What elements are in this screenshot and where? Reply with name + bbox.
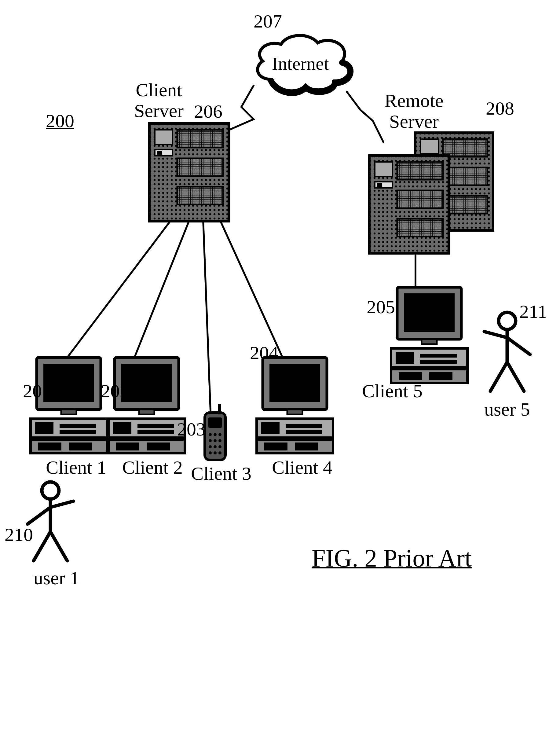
svg-point-66	[209, 451, 212, 454]
svg-rect-29	[397, 191, 443, 208]
svg-rect-50	[138, 430, 174, 434]
svg-rect-70	[269, 364, 320, 402]
svg-line-99	[491, 362, 507, 391]
remote-server-label: RemoteServer	[380, 90, 447, 132]
svg-line-0	[67, 220, 171, 358]
internet-label: Internet	[272, 54, 329, 74]
client-server-icon	[148, 122, 231, 226]
svg-rect-30	[397, 219, 443, 237]
svg-point-89	[42, 482, 59, 499]
svg-line-91	[27, 507, 51, 524]
svg-rect-85	[420, 360, 457, 364]
svg-point-61	[214, 439, 217, 442]
svg-line-1	[135, 220, 189, 358]
svg-point-68	[218, 451, 221, 454]
svg-line-100	[507, 362, 524, 391]
user-5-icon	[474, 310, 541, 402]
svg-line-3	[220, 220, 283, 358]
svg-line-92	[51, 501, 73, 507]
figure-caption: FIG. 2 Prior Art	[312, 544, 472, 573]
client-4-label: Client 4	[272, 457, 333, 478]
svg-point-67	[214, 451, 217, 454]
svg-rect-23	[443, 139, 487, 157]
svg-rect-26	[421, 139, 438, 154]
svg-point-95	[499, 312, 516, 330]
svg-rect-81	[422, 339, 437, 344]
svg-point-59	[218, 433, 221, 436]
svg-rect-33	[377, 183, 382, 187]
client-1-num: 201	[23, 380, 51, 401]
user-5-num: 211	[519, 301, 547, 322]
svg-line-97	[484, 332, 507, 338]
svg-rect-84	[420, 354, 457, 358]
svg-point-57	[209, 433, 212, 436]
client-5-icon	[391, 287, 471, 388]
client-3-label: Client 3	[191, 463, 252, 484]
svg-rect-11	[177, 130, 223, 147]
svg-rect-52	[116, 442, 139, 451]
svg-rect-74	[286, 424, 322, 428]
svg-rect-13	[177, 187, 223, 204]
svg-line-2	[203, 220, 211, 419]
svg-rect-12	[177, 158, 223, 176]
svg-rect-78	[295, 442, 318, 451]
svg-rect-14	[155, 130, 173, 144]
svg-line-94	[51, 532, 67, 561]
svg-rect-46	[139, 410, 154, 414]
svg-point-64	[214, 445, 217, 448]
svg-rect-80	[404, 293, 455, 332]
client-2-num: 202	[101, 380, 129, 401]
user-5-label: user 5	[484, 399, 530, 420]
remote-server-icon	[368, 132, 497, 257]
svg-rect-28	[397, 162, 443, 180]
client-5-num: 205	[367, 296, 395, 317]
client-2-icon	[108, 358, 188, 458]
svg-rect-39	[60, 424, 96, 428]
svg-rect-43	[69, 442, 92, 451]
svg-point-63	[209, 445, 212, 448]
diagram-canvas: 200 Internet 207 ClientServer	[0, 0, 560, 753]
user-1-num: 210	[5, 524, 33, 545]
svg-rect-36	[61, 410, 76, 414]
svg-point-60	[209, 439, 212, 442]
svg-rect-73	[261, 422, 280, 434]
user-1-label: user 1	[34, 568, 79, 588]
svg-rect-87	[399, 372, 422, 380]
svg-rect-75	[286, 430, 322, 434]
svg-rect-77	[264, 442, 287, 451]
svg-point-65	[218, 445, 221, 448]
svg-line-98	[507, 338, 530, 355]
figure-number: 200	[46, 110, 74, 132]
svg-line-93	[34, 532, 51, 561]
svg-rect-16	[157, 151, 162, 155]
svg-rect-88	[429, 372, 453, 380]
svg-rect-53	[147, 442, 170, 451]
svg-rect-83	[396, 352, 414, 364]
svg-rect-40	[60, 430, 96, 434]
svg-rect-31	[375, 162, 393, 177]
svg-point-62	[218, 439, 221, 442]
client-server-num: 206	[194, 101, 222, 122]
client-3-num: 203	[177, 419, 206, 439]
client-5-label: Client 5	[362, 380, 422, 401]
client-2-label: Client 2	[122, 457, 183, 478]
svg-rect-38	[35, 422, 54, 434]
svg-rect-56	[218, 404, 221, 414]
client-4-num: 204	[250, 342, 278, 363]
svg-rect-71	[287, 410, 302, 414]
svg-rect-42	[38, 442, 61, 451]
client-server-label: ClientServer	[132, 79, 186, 121]
svg-rect-55	[208, 417, 222, 428]
client-1-label: Client 1	[46, 457, 106, 478]
remote-server-num: 208	[486, 98, 514, 119]
internet-num: 207	[254, 11, 282, 32]
svg-rect-49	[138, 424, 174, 428]
client-4-icon	[257, 358, 336, 458]
svg-rect-48	[113, 422, 132, 434]
svg-point-58	[214, 433, 217, 436]
client-1-icon	[31, 358, 110, 458]
